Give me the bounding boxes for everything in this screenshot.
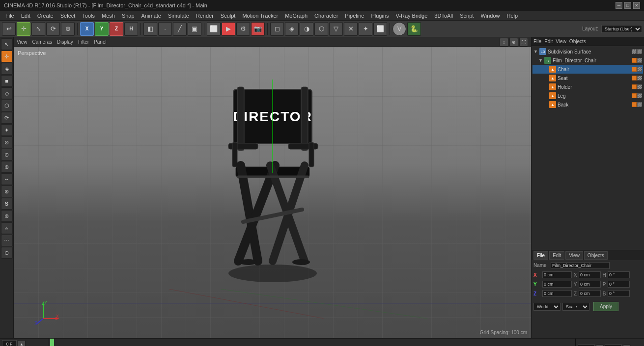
menu-item-3dtoall[interactable]: 3DToAll <box>431 12 456 20</box>
left-tool-3[interactable]: ◇ <box>1 87 13 99</box>
left-tool-10[interactable]: ↔ <box>1 173 13 185</box>
left-tool-7[interactable]: ⊘ <box>1 136 13 148</box>
attr-tab-file[interactable]: File <box>533 251 548 260</box>
attr-x-pos[interactable]: 0 cm <box>542 271 572 278</box>
frame-up-btn[interactable]: ▲ <box>18 340 26 346</box>
menu-item-snap[interactable]: Snap <box>118 12 138 20</box>
poly-mode-button[interactable]: ▣ <box>188 22 201 36</box>
object-mode-button[interactable]: ◧ <box>143 22 157 36</box>
move-tool-button[interactable]: ✛ <box>17 22 30 36</box>
render-to-picture-button[interactable]: 📷 <box>251 22 265 36</box>
viewport-fullscreen-icon[interactable]: ⛶ <box>519 38 528 47</box>
menu-item-create[interactable]: Create <box>34 12 57 20</box>
viewport-menu-view[interactable]: View <box>17 39 28 45</box>
om-item-seat[interactable]: ▲ Seat <box>532 74 643 82</box>
menu-item-help[interactable]: Help <box>504 12 522 20</box>
render-button[interactable]: ▶ <box>222 22 235 36</box>
attr-z-rot[interactable] <box>579 290 601 297</box>
left-tool-9[interactable]: ⊚ <box>1 161 13 173</box>
spline-button[interactable]: ◑ <box>300 22 313 36</box>
attr-y-pos[interactable] <box>542 281 572 288</box>
viewport-menu-display[interactable]: Display <box>57 39 73 45</box>
om-dot-null-lock[interactable] <box>637 58 642 63</box>
menu-item-sculpt[interactable]: Sculpt <box>217 12 239 20</box>
vray-button[interactable]: V <box>392 22 406 36</box>
om-dot-vis[interactable] <box>632 49 637 54</box>
current-pos-marker[interactable] <box>50 339 54 346</box>
attr-tab-objects[interactable]: Objects <box>584 251 608 260</box>
viewport-menu-cameras[interactable]: Cameras <box>32 39 53 45</box>
om-dot-null-vis[interactable] <box>632 58 637 63</box>
left-tool-11[interactable]: ⊛ <box>1 186 13 197</box>
attr-y-rot[interactable] <box>579 281 601 288</box>
attr-h[interactable] <box>608 271 630 278</box>
timeline-ruler[interactable]: 0 5 10 15 20 25 30 35 40 45 50 55 60 65 … <box>49 339 575 346</box>
om-item-leg[interactable]: ▲ Leg <box>532 91 643 100</box>
apply-button[interactable]: Apply <box>593 302 618 311</box>
world-select[interactable]: World <box>533 303 560 311</box>
null-button[interactable]: ✕ <box>344 22 358 36</box>
viewport-menu-panel[interactable]: Panel <box>94 39 107 45</box>
left-tool-8[interactable]: ⊙ <box>1 149 13 160</box>
scene-button[interactable]: ⬜ <box>373 22 387 36</box>
om-dot-chair-lock[interactable] <box>637 67 642 72</box>
menu-item-plugins[interactable]: Plugins <box>367 12 392 20</box>
menu-item-select[interactable]: Select <box>57 12 79 20</box>
h-button[interactable]: H <box>124 22 138 36</box>
particle-button[interactable]: ✦ <box>359 22 372 36</box>
menu-item-v-ray bridge[interactable]: V-Ray Bridge <box>392 12 431 20</box>
om-dot-leg-lock[interactable] <box>637 93 642 98</box>
left-tool-move[interactable]: ✛ <box>1 51 13 62</box>
left-tool-5[interactable]: ⟳ <box>1 112 13 124</box>
left-tool-12[interactable]: ⊜ <box>1 210 13 222</box>
om-dot-leg-vis[interactable] <box>632 93 637 98</box>
left-tool-15[interactable]: ⊝ <box>1 247 13 259</box>
menu-item-pipeline[interactable]: Pipeline <box>341 12 367 20</box>
scale-tool-button[interactable]: ⤡ <box>31 22 45 36</box>
left-tool-1[interactable]: ◈ <box>1 63 13 75</box>
minimize-button[interactable]: ─ <box>616 2 622 9</box>
menu-item-tools[interactable]: Tools <box>79 12 98 20</box>
om-item-back[interactable]: ▲ Back <box>532 100 643 109</box>
left-tool-2[interactable]: ■ <box>1 75 13 87</box>
attr-p[interactable] <box>608 281 630 288</box>
menu-item-mesh[interactable]: Mesh <box>98 12 118 20</box>
menu-item-animate[interactable]: Animate <box>138 12 165 20</box>
menu-item-edit[interactable]: Edit <box>18 12 34 20</box>
left-tool-13[interactable]: ⟐ <box>1 222 13 234</box>
y-axis-button[interactable]: Y <box>95 22 109 36</box>
om-item-subdivision[interactable]: ▼ L0 Subdivision Surface <box>532 47 643 56</box>
viewport-canvas[interactable]: Perspective Grid Spacing: 100 cm Y X Z <box>14 47 531 338</box>
x-axis-button[interactable]: X <box>80 22 94 36</box>
left-tool-4[interactable]: ⬡ <box>1 100 13 111</box>
om-menu-file[interactable]: File <box>533 39 541 44</box>
attr-b[interactable] <box>608 290 630 297</box>
viewport-menu-filter[interactable]: Filter <box>78 39 89 45</box>
maximize-button[interactable]: □ <box>624 2 631 9</box>
left-tool-6[interactable]: ✦ <box>1 124 13 136</box>
undo-button[interactable]: ↩ <box>2 22 16 36</box>
light-button[interactable]: ◈ <box>285 22 299 36</box>
render-settings-button[interactable]: ⚙ <box>236 22 250 36</box>
om-item-null[interactable]: ▼ ↑↓ Film_Director_Chair <box>532 56 643 65</box>
om-dot-chair-vis[interactable] <box>632 67 637 72</box>
python-button[interactable]: 🐍 <box>407 22 421 36</box>
om-menu-view[interactable]: View <box>556 39 566 44</box>
om-dot-back-vis[interactable] <box>632 102 637 107</box>
point-mode-button[interactable]: · <box>158 22 172 36</box>
start-frame-input[interactable] <box>2 340 17 346</box>
viewport-move-icon[interactable]: ↕ <box>500 38 508 47</box>
edge-mode-button[interactable]: ╱ <box>173 22 187 36</box>
render-region-button[interactable]: ⬜ <box>207 22 221 36</box>
om-dot-lock[interactable] <box>637 49 642 54</box>
attr-z-pos[interactable] <box>542 290 572 297</box>
left-tool-arrow[interactable]: ↖ <box>1 38 13 50</box>
om-item-chair[interactable]: ▲ Chair <box>532 65 643 74</box>
viewport-zoom-icon[interactable]: ⊕ <box>509 38 518 47</box>
attr-x-rot[interactable] <box>579 271 601 278</box>
om-dot-holder-vis[interactable] <box>632 84 637 89</box>
left-tool-s[interactable]: S <box>1 198 13 210</box>
menu-item-file[interactable]: File <box>2 12 18 20</box>
menu-item-simulate[interactable]: Simulate <box>165 12 193 20</box>
menu-item-character[interactable]: Character <box>311 12 341 20</box>
